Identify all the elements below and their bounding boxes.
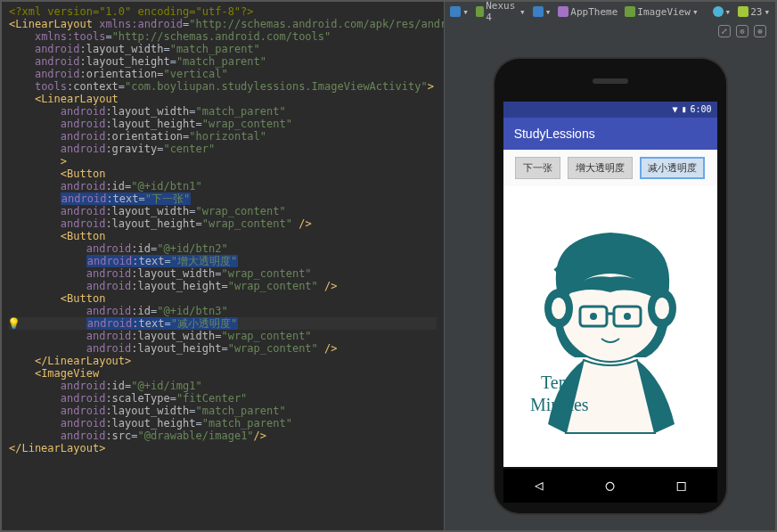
app-bar: StudyLessions [503, 118, 717, 150]
device-screen: ▼ ▮ 6:00 StudyLessions 下一张 增大透明度 减小透明度 [503, 102, 717, 467]
button-row: 下一张 增大透明度 减小透明度 [503, 150, 717, 186]
device-frame: ▼ ▮ 6:00 StudyLessions 下一张 增大透明度 减小透明度 [495, 59, 726, 513]
device-selector[interactable]: Nexus 4▾ [476, 0, 526, 23]
preview-toolbar: ▾ Nexus 4▾ ▾ AppTheme ImageView▾ ▾ 23▾ [445, 2, 775, 21]
decrease-opacity-button[interactable]: 减小透明度 [640, 157, 705, 179]
recents-icon[interactable]: □ [677, 477, 686, 494]
zoom-in-icon[interactable]: ⊕ [754, 25, 766, 37]
refresh-icon[interactable]: ▾ [450, 6, 469, 18]
zoom-fit-icon[interactable]: ⤢ [718, 25, 731, 37]
svg-point-9 [624, 313, 631, 320]
svg-point-3 [552, 298, 566, 319]
cartoon-image: Ten Minutes [521, 210, 699, 442]
view-selector[interactable]: ImageView▾ [625, 6, 698, 18]
prev-button[interactable]: 下一张 [515, 157, 560, 179]
theme-selector[interactable]: AppTheme [558, 6, 618, 18]
status-bar: ▼ ▮ 6:00 [503, 102, 717, 118]
preview-pane: ▾ Nexus 4▾ ▾ AppTheme ImageView▾ ▾ 23▾ ⤢… [445, 2, 775, 530]
phone-speaker [593, 78, 628, 84]
back-icon[interactable]: ◁ [535, 477, 544, 494]
xml-editor[interactable]: <?xml version="1.0" encoding="utf-8"?> <… [2, 2, 445, 530]
orientation-icon[interactable]: ▾ [533, 6, 552, 18]
svg-point-4 [655, 298, 669, 319]
app-title: StudyLessions [514, 127, 595, 141]
locale-selector[interactable]: ▾ [713, 6, 732, 18]
image-view: Ten Minutes [503, 186, 717, 467]
lightbulb-icon[interactable]: 💡 [7, 317, 18, 328]
wifi-icon: ▼ [672, 104, 677, 114]
clock-text: 6:00 [691, 104, 712, 114]
svg-text:Minutes: Minutes [530, 395, 589, 414]
increase-opacity-button[interactable]: 增大透明度 [568, 157, 633, 179]
xml-declaration: <?xml version="1.0" encoding="utf-8"?> [9, 5, 254, 18]
home-icon[interactable]: ◯ [606, 477, 615, 494]
api-selector[interactable]: 23▾ [738, 6, 770, 18]
battery-icon: ▮ [682, 104, 687, 114]
svg-point-8 [590, 313, 597, 320]
android-nav-bar: ◁ ◯ □ [503, 469, 717, 503]
svg-text:Ten: Ten [541, 372, 568, 392]
zoom-actual-icon[interactable]: ⊙ [736, 25, 748, 37]
